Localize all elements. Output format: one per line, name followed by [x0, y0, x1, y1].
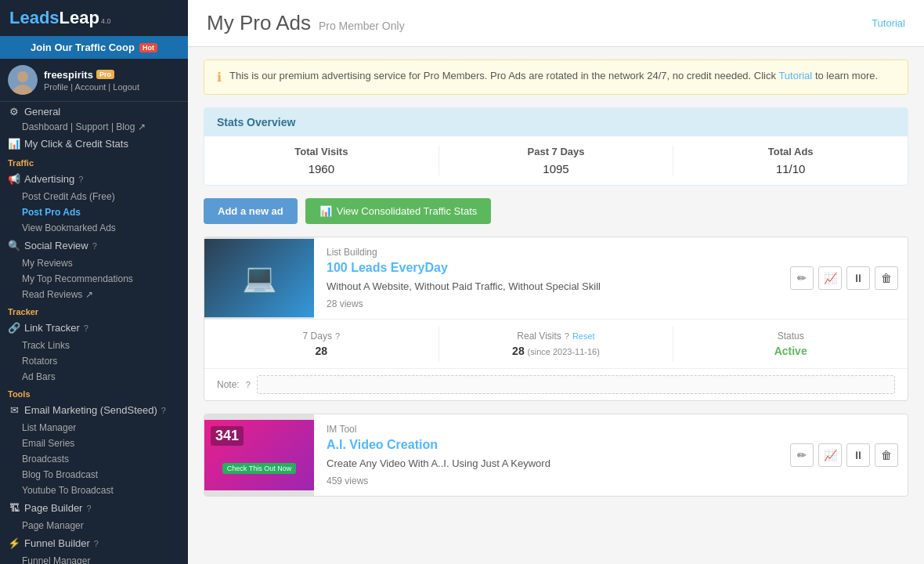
ad1-days-value: 28	[204, 345, 439, 357]
top-recommendations-link[interactable]: My Top Recommendations	[0, 271, 188, 287]
ad1-reset-link[interactable]: Reset	[572, 331, 595, 341]
svg-point-1	[17, 71, 28, 82]
sidebar-item-funnel-builder[interactable]: ⚡ Funnel Builder ?	[0, 533, 188, 553]
post-credit-link[interactable]: Post Credit Ads (Free)	[0, 189, 188, 204]
social-review-question-icon[interactable]: ?	[92, 241, 97, 251]
blog-to-broadcast-link[interactable]: Blog To Broadcast	[0, 467, 188, 483]
sidebar-item-advertising[interactable]: 📢 Advertising ?	[0, 169, 188, 189]
profile-link[interactable]: Profile	[44, 82, 68, 92]
read-reviews-link[interactable]: Read Reviews ↗	[0, 287, 188, 302]
ad1-category: List Building	[327, 247, 768, 258]
sidebar-item-page-builder[interactable]: 🏗 Page Builder ?	[0, 498, 188, 518]
ad-info-2: IM Tool A.I. Video Creation Create Any V…	[314, 414, 781, 496]
ad1-delete-button[interactable]: 🗑	[875, 266, 898, 290]
my-reviews-link[interactable]: My Reviews	[0, 255, 188, 271]
tools-label: Tools	[0, 385, 188, 400]
sidebar-item-general[interactable]: ⚙ General	[0, 102, 188, 121]
ad-bars-link[interactable]: Ad Bars	[0, 369, 188, 385]
page-header: My Pro Ads Pro Member Only Tutorial	[188, 0, 924, 47]
funnel-builder-label: Funnel Builder	[24, 537, 90, 549]
view-bookmarked-link[interactable]: View Bookmarked Ads	[0, 220, 188, 236]
ad1-real-visits-since: (since 2023-11-16)	[528, 347, 600, 356]
ad1-real-visits-value: 28 (since 2023-11-16)	[439, 345, 673, 357]
stats-header: Stats Overview	[204, 108, 908, 136]
post-pro-link[interactable]: Post Pro Ads	[0, 204, 188, 220]
coop-banner[interactable]: Join Our Traffic Coop Hot	[0, 36, 188, 59]
username: freespirits Pro	[44, 69, 180, 81]
info-text: This is our premium advertising service …	[229, 70, 878, 81]
list-manager-link[interactable]: List Manager	[0, 420, 188, 436]
page-manager-link[interactable]: Page Manager	[0, 518, 188, 533]
view-traffic-stats-label: View Consolidated Traffic Stats	[337, 205, 477, 217]
ad2-pause-button[interactable]: ⏸	[846, 443, 870, 467]
ad-card-1: List Building 100 Leads EveryDay Without…	[204, 237, 908, 401]
funnel-manager-link[interactable]: Funnel Manager	[0, 553, 188, 564]
ad1-pause-button[interactable]: ⏸	[846, 266, 870, 290]
sidebar-item-social-review[interactable]: 🔍 Social Review ?	[0, 236, 188, 255]
total-ads-value: 11/10	[673, 162, 908, 175]
tracker-label: Tracker	[0, 302, 188, 318]
ad2-chart-button[interactable]: 📈	[818, 443, 842, 467]
sidebar-item-link-tracker[interactable]: 🔗 Link Tracker ?	[0, 318, 188, 338]
youtube-to-broadcast-link[interactable]: Youtube To Broadcast	[0, 483, 188, 498]
ad1-actions: ✏ 📈 ⏸ 🗑	[781, 237, 908, 319]
link-tracker-icon: 🔗	[8, 322, 20, 334]
support-link[interactable]: Support	[76, 121, 109, 132]
page-subtitle: Pro Member Only	[319, 20, 405, 32]
ad2-category: IM Tool	[327, 424, 768, 435]
ad2-actions: ✏ 📈 ⏸ 🗑	[781, 414, 908, 496]
ad1-title[interactable]: 100 Leads EveryDay	[327, 261, 768, 275]
ad2-edit-button[interactable]: ✏	[790, 443, 814, 467]
advertising-question-icon[interactable]: ?	[78, 175, 83, 184]
account-link[interactable]: Account	[75, 82, 106, 92]
click-credit-label: My Click & Credit Stats	[24, 138, 128, 150]
page-builder-question-icon[interactable]: ?	[86, 504, 91, 513]
ad2-title[interactable]: A.I. Video Creation	[327, 438, 768, 452]
ad1-stats-row: 7 Days ? 28 Real Visits ? Reset 28 (sinc…	[204, 319, 908, 368]
tutorial-link[interactable]: Tutorial	[872, 17, 905, 29]
ad1-edit-button[interactable]: ✏	[790, 266, 814, 290]
hot-badge: Hot	[139, 43, 157, 52]
ad-main-row-1: List Building 100 Leads EveryDay Without…	[204, 237, 908, 319]
ad1-note-question-icon[interactable]: ?	[246, 380, 251, 389]
ad2-delete-button[interactable]: 🗑	[875, 443, 898, 467]
past-7-days-label: Past 7 Days	[439, 146, 673, 157]
sidebar-item-click-credit[interactable]: 📊 My Click & Credit Stats	[0, 134, 188, 154]
track-links-link[interactable]: Track Links	[0, 338, 188, 353]
ad2-thumbnail: 341 Check This Out Now	[204, 420, 314, 490]
blog-link[interactable]: Blog	[116, 121, 135, 132]
dashboard-link[interactable]: Dashboard	[22, 121, 68, 132]
add-new-ad-button[interactable]: Add a new ad	[204, 198, 298, 224]
ad-card-2: 341 Check This Out Now IM Tool A.I. Vide…	[204, 414, 908, 497]
info-text-before: This is our premium advertising service …	[229, 70, 776, 81]
link-tracker-question-icon[interactable]: ?	[84, 324, 88, 333]
info-tutorial-link[interactable]: Tutorial	[778, 70, 812, 81]
ad1-days-question-icon[interactable]: ?	[335, 331, 340, 341]
email-marketing-icon: ✉	[8, 404, 20, 416]
advertising-label: Advertising	[24, 173, 74, 185]
page-builder-label: Page Builder	[24, 502, 82, 514]
ad1-note-label: Note:	[217, 379, 240, 390]
logout-link[interactable]: Logout	[113, 82, 139, 92]
ad1-chart-button[interactable]: 📈	[818, 266, 842, 290]
logo-version: 4.0	[101, 17, 111, 25]
stats-row: Total Visits 1960 Past 7 Days 1095 Total…	[204, 136, 908, 185]
funnel-builder-question-icon[interactable]: ?	[94, 539, 99, 548]
ad1-days-label: 7 Days ?	[204, 331, 439, 342]
ad1-real-visits-question-icon[interactable]: ?	[565, 331, 569, 341]
view-traffic-stats-button[interactable]: 📊 View Consolidated Traffic Stats	[305, 198, 491, 224]
email-marketing-question-icon[interactable]: ?	[161, 406, 166, 415]
sidebar-item-email-marketing[interactable]: ✉ Email Marketing (SendSteed) ?	[0, 400, 188, 420]
stat-past-7-days: Past 7 Days 1095	[439, 146, 673, 175]
user-links: Profile | Account | Logout	[44, 82, 180, 92]
broadcasts-link[interactable]: Broadcasts	[0, 451, 188, 467]
rotators-link[interactable]: Rotators	[0, 353, 188, 369]
traffic-label: Traffic	[0, 154, 188, 169]
info-text-after: to learn more.	[815, 70, 878, 81]
sidebar: LeadsLeap 4.0 Join Our Traffic Coop Hot …	[0, 0, 188, 564]
stat-total-visits: Total Visits 1960	[204, 146, 439, 175]
content-area: ℹ This is our premium advertising servic…	[188, 47, 924, 522]
general-icon: ⚙	[8, 106, 20, 118]
ad1-note-input[interactable]	[257, 375, 895, 394]
email-series-link[interactable]: Email Series	[0, 436, 188, 451]
